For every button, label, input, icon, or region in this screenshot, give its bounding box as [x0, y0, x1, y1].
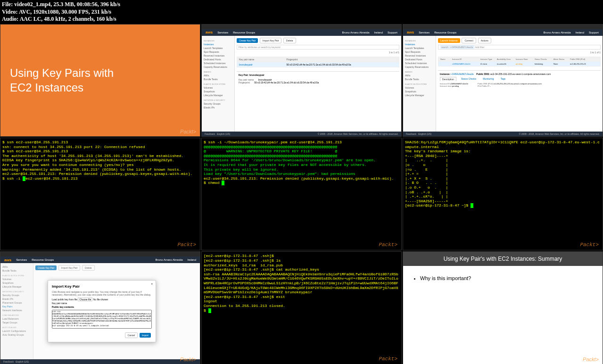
- ec2-sidebar: INSTANCES Instances Launch Templates Spo…: [403, 36, 436, 132]
- import-button[interactable]: Import: [140, 333, 151, 338]
- keypair-name-cell: brunokeypair: [239, 63, 287, 66]
- thumbnail-terminal-randomart[interactable]: SHA256:Xq/LzZgLf6Mjq6amQ49QfuHhTtI7ATgID…: [403, 138, 603, 250]
- search-input[interactable]: search : i-04f94d9d867c4ee2e Add filter: [438, 45, 601, 50]
- instance-detail-panel: Instance: i-04f94d9d867c4ee2e Public DNS…: [438, 70, 601, 89]
- table-row[interactable]: i-04f94d9d867c4ee2e t2.micro eu-west-1b …: [438, 61, 600, 66]
- window-titlebar: [0, 252, 200, 256]
- detail-title: Key Pair: brunokeypair: [239, 74, 397, 76]
- packt-logo: Packt>: [379, 356, 397, 362]
- sidebar-reserved[interactable]: Reserved Instances: [204, 54, 232, 58]
- window-titlebar: [403, 25, 603, 29]
- thumbnail-summary-slide: Using Key Pair's with EC2 Instances: Sum…: [403, 251, 603, 364]
- aws-topbar: aws Services Resource Groups Bruno Amaro…: [403, 29, 603, 36]
- aws-footer: Feedback English (US) © 2008 - 2018, Ama…: [202, 132, 401, 136]
- video-line: Video: AVC, 1920x1080, 30.000 FPS, 231 k…: [2, 8, 601, 16]
- sidebar-instances[interactable]: Instances: [204, 42, 232, 46]
- packt-logo: Packt>: [580, 242, 599, 248]
- sidebar-sg[interactable]: Security Groups: [204, 102, 232, 106]
- keypair-fp-cell: 50:c0:19:42:d4:4e:ba:20:71:2a:e1:04:dd:c…: [287, 63, 351, 66]
- thumbnail-terminal-warning[interactable]: $ ssh -i ~/Downloads/brunokeypair.pem ec…: [201, 138, 402, 250]
- choose-file-button[interactable]: Choose file: [78, 298, 92, 301]
- thumbnail-terminal-ssh[interactable]: $ ssh ec2-user@34.255.191.213 ssh: conne…: [0, 138, 200, 250]
- packt-logo: Packt>: [180, 356, 196, 362]
- terminal-output: [ec2-user@ip-172-31-8-47 .ssh]$ [ec2-use…: [204, 254, 398, 312]
- thumbnail-aws-import: aws Services Resource Groups Bruno Amaro…: [0, 251, 200, 364]
- instances-table: Name Instance ID Instance Type Availabil…: [438, 57, 601, 66]
- key-contents-textarea[interactable]: [52, 310, 152, 329]
- region-menu[interactable]: Ireland: [374, 31, 383, 34]
- keypair-table: Key pair name Fingerprint brunokeypair 5…: [237, 57, 399, 67]
- create-keypair-button[interactable]: Create Key Pair: [237, 38, 258, 43]
- sidebar-bundle[interactable]: Bundle Tasks: [204, 77, 232, 81]
- sidebar-eip[interactable]: Elastic IPs: [204, 106, 232, 109]
- cursor-icon: [471, 203, 473, 208]
- user-menu[interactable]: Bruno Amaro Almeida: [342, 31, 370, 34]
- tab-monitoring[interactable]: Monitoring: [481, 77, 496, 81]
- modal-description: Click Browse and navigate to your public…: [52, 290, 152, 296]
- terminal-cmd: $ ssh -i ~/Downloads/brunokeypair.pem ec…: [204, 140, 342, 144]
- connect-button[interactable]: Connect: [462, 38, 476, 43]
- import-keypair-button[interactable]: Import Key Pair: [260, 38, 281, 43]
- sidebar-capacity[interactable]: Capacity Reservations: [204, 65, 232, 69]
- ec2-sidebar: INSTANCES Instances Launch Templates Spo…: [202, 36, 235, 132]
- aws-topbar: aws Services Resource Groups Bruno Amaro…: [202, 29, 401, 36]
- sidebar-launch-templates[interactable]: Launch Templates: [204, 46, 232, 50]
- packt-logo: Packt>: [583, 356, 599, 362]
- delete-keypair-button[interactable]: Delete: [283, 38, 296, 43]
- thumbnail-aws-keypairs: aws Services Resource Groups Bruno Amaro…: [201, 24, 402, 137]
- tab-description[interactable]: Description: [440, 77, 456, 81]
- ec2-sidebar: AMIs Bundle Tasks ELASTIC BLOCK STORE Vo…: [0, 263, 33, 359]
- terminal-output: ec2-user@34.255.191.213: Permission deni…: [204, 176, 394, 185]
- import-keypair-modal: × Import Key Pair Click Browse and navig…: [48, 280, 156, 342]
- thumbnail-title-slide: Using Key Pairs with EC2 Instances Packt…: [0, 24, 200, 137]
- support-menu[interactable]: Support: [388, 31, 397, 34]
- sidebar-dedicated[interactable]: Dedicated Hosts: [204, 58, 232, 61]
- launch-instance-button[interactable]: Launch Instance: [438, 38, 460, 43]
- slide-title-l1: Using Key Pairs with: [10, 66, 114, 79]
- sidebar-snapshots[interactable]: Snapshots: [204, 90, 232, 93]
- thumbnail-terminal-authkeys[interactable]: [ec2-user@ip-172-31-8-47 .ssh]$ [ec2-use…: [201, 251, 402, 364]
- window-titlebar: [202, 25, 401, 29]
- close-icon[interactable]: ×: [151, 282, 153, 285]
- cursor-icon: [222, 181, 224, 185]
- services-menu[interactable]: Services: [217, 31, 228, 34]
- sidebar-lifecycle[interactable]: Lifecycle Manager: [204, 93, 232, 97]
- aws-footer: Feedback English (US) © 2008 - 2018, Ama…: [403, 132, 603, 136]
- resource-groups-menu[interactable]: Resource Groups: [233, 31, 255, 34]
- aws-main-panel: Create Key Pair Import Key Pair Delete F…: [235, 36, 401, 132]
- sidebar-amis[interactable]: AMIs: [204, 74, 232, 77]
- thumbnail-aws-instances: aws Services Resource Groups Bruno Amaro…: [403, 24, 603, 137]
- audio-line: Audio: AAC LC, 48.0 kHz, 2 channels, 160…: [2, 16, 601, 23]
- slide-title-l2: EC2 Instances: [10, 81, 83, 94]
- aws-footer: Feedback English (US): [0, 359, 200, 364]
- cursor-icon: [208, 308, 211, 313]
- aws-logo[interactable]: aws: [407, 30, 414, 34]
- summary-bullet: Why is this important?: [420, 275, 593, 281]
- filter-input[interactable]: Filter by attributes or search by keywor…: [237, 45, 399, 50]
- terminal-warning: @@@@@@@@@@@@@@@@@@@@@@@@@@@@@@@@@@@@@@@@…: [204, 145, 376, 176]
- packt-logo: Packt>: [379, 242, 397, 248]
- packt-logo: Packt>: [180, 129, 196, 134]
- sidebar-scheduled[interactable]: Scheduled Instances: [204, 61, 232, 65]
- tab-tags[interactable]: Tags: [499, 77, 508, 81]
- table-row[interactable]: brunokeypair 50:c0:19:42:d4:4e:ba:20:71:…: [237, 62, 399, 67]
- sidebar-volumes[interactable]: Volumes: [204, 86, 232, 90]
- file-info-header: File: video02_1.mp4, 25.3 MB, 00:08:56, …: [0, 0, 603, 24]
- detail-panel: Key Pair: brunokeypair Key pair name bru…: [237, 71, 399, 86]
- modal-title: Import Key Pair: [52, 284, 152, 289]
- summary-title: Using Key Pair's with EC2 Instances: Sum…: [403, 252, 603, 266]
- pagination-label: 1 to 1 of 1: [237, 51, 399, 54]
- aws-logo[interactable]: aws: [206, 30, 213, 34]
- terminal-output: SHA256:Xq/LzZgLf6Mjq6amQ49QfuHhTtI7ATgID…: [405, 140, 600, 207]
- terminal-output: $ ssh ec2-user@34.255.191.213 ssh: conne…: [2, 140, 192, 181]
- col-name[interactable]: Key pair name: [239, 58, 287, 61]
- tab-status[interactable]: Status Checks: [459, 77, 478, 81]
- sidebar-spot-requests[interactable]: Spot Requests: [204, 50, 232, 54]
- packt-logo: Packt>: [177, 242, 196, 248]
- col-fingerprint[interactable]: Fingerprint: [287, 58, 298, 61]
- aws-topbar: aws Services Resource Groups Bruno Amaro…: [0, 256, 200, 263]
- aws-main-panel: Launch Instance Connect Actions search :…: [436, 36, 603, 132]
- cancel-button[interactable]: Cancel: [125, 332, 138, 338]
- file-line: File: video02_1.mp4, 25.3 MB, 00:08:56, …: [2, 1, 601, 8]
- actions-button[interactable]: Actions: [478, 38, 491, 43]
